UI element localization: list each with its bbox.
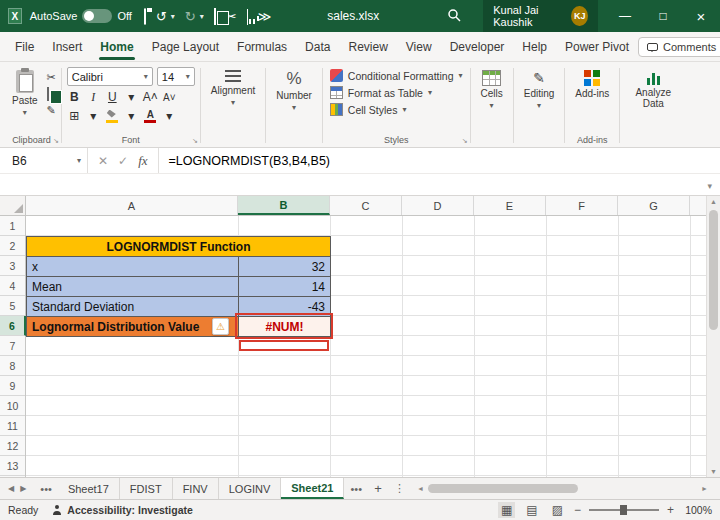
zoom-slider[interactable] <box>589 509 659 511</box>
save-icon[interactable] <box>144 10 146 23</box>
tab-view[interactable]: View <box>397 34 441 60</box>
accessibility-status[interactable]: Accessibility: Investigate <box>52 504 192 516</box>
tab-review[interactable]: Review <box>339 34 396 60</box>
undo-icon[interactable]: ↺ <box>156 10 167 23</box>
tab-insert[interactable]: Insert <box>43 34 91 60</box>
underline-button[interactable]: U <box>105 89 120 105</box>
column-header-G[interactable]: G <box>618 196 690 215</box>
sheet-grid[interactable]: ABCDEFG 12345678910111213 LOGNORMDIST Fu… <box>0 196 706 477</box>
fill-color-dropdown-icon[interactable]: ▾ <box>124 108 139 124</box>
sheet-tab-fdist[interactable]: FDIST <box>120 478 173 499</box>
borders-dropdown-icon[interactable]: ▾ <box>86 108 101 124</box>
hidden-sheets-right-icon[interactable]: ••• <box>344 478 368 499</box>
row-header-7[interactable]: 7 <box>0 336 25 356</box>
font-color-button[interactable]: A <box>143 108 158 124</box>
sheet-tab-finv[interactable]: FINV <box>173 478 219 499</box>
sheet-nav-prev-icon[interactable]: ◀ <box>8 484 14 493</box>
conditional-formatting-button[interactable]: Conditional Formatting ▾ <box>328 67 465 84</box>
zoom-in-button[interactable]: + <box>667 503 674 517</box>
formula-input[interactable]: =LOGNORMDIST(B3,B4,B5) <box>159 154 341 168</box>
number-button[interactable]: % Number ▾ <box>271 67 317 132</box>
tab-page-layout[interactable]: Page Layout <box>143 34 228 60</box>
normal-view-button[interactable]: ▦ <box>498 502 515 518</box>
row-header-6[interactable]: 6 <box>0 316 26 336</box>
italic-button[interactable]: I <box>86 89 101 105</box>
enter-entry-icon[interactable]: ✓ <box>118 154 128 168</box>
name-box[interactable]: B6 ▾ <box>0 148 88 173</box>
clipboard-dialog-launcher-icon[interactable]: ↘ <box>53 137 59 145</box>
zoom-level[interactable]: 100% <box>682 504 712 516</box>
insert-function-icon[interactable]: fx <box>138 153 147 169</box>
error-checking-button[interactable]: ⚠ <box>212 318 229 335</box>
borders-button[interactable]: ⊞ <box>67 108 82 124</box>
font-name-select[interactable]: Calibri▾ <box>67 67 153 86</box>
row-header-13[interactable]: 13 <box>0 456 25 476</box>
zoom-out-button[interactable]: − <box>574 503 581 517</box>
underline-dropdown-icon[interactable]: ▾ <box>124 89 139 105</box>
tab-power-pivot[interactable]: Power Pivot <box>556 34 638 60</box>
tab-home[interactable]: Home <box>91 34 142 60</box>
font-color-dropdown-icon[interactable]: ▾ <box>162 108 177 124</box>
cell-A3[interactable]: x <box>26 256 239 277</box>
bold-button[interactable]: B <box>67 89 82 105</box>
tab-help[interactable]: Help <box>513 34 556 60</box>
tab-file[interactable]: File <box>6 34 43 60</box>
copy-button[interactable] <box>47 88 56 100</box>
row-header-10[interactable]: 10 <box>0 396 25 416</box>
alignment-button[interactable]: Alignment ▾ <box>206 67 260 132</box>
column-header-D[interactable]: D <box>402 196 474 215</box>
cell-A4[interactable]: Mean <box>26 276 239 297</box>
page-break-view-button[interactable]: ▨ <box>549 502 566 518</box>
horizontal-scroll-thumb[interactable] <box>428 484 578 493</box>
zoom-slider-thumb[interactable] <box>620 505 627 515</box>
tabbar-more-icon[interactable]: ⋮ <box>388 478 411 499</box>
row-header-2[interactable]: 2 <box>0 236 25 256</box>
cell-A2-title[interactable]: LOGNORMDIST Function <box>26 236 331 257</box>
comments-button[interactable]: Comments <box>638 37 720 57</box>
font-size-select[interactable]: 14▾ <box>157 67 195 86</box>
page-layout-view-button[interactable]: ▤ <box>523 502 540 518</box>
autosave-toggle[interactable]: AutoSave Off <box>30 9 132 23</box>
tab-data[interactable]: Data <box>296 34 339 60</box>
autosave-switch[interactable] <box>82 9 112 23</box>
user-account[interactable]: Kunal Jai Kaushik KJ <box>483 0 598 32</box>
tab-developer[interactable]: Developer <box>441 34 514 60</box>
row-header-11[interactable]: 11 <box>0 416 25 436</box>
column-header-B[interactable]: B <box>238 196 330 215</box>
redo-icon[interactable]: ↻ <box>185 10 196 23</box>
cut-button[interactable]: ✂ <box>47 71 56 84</box>
format-as-table-button[interactable]: Format as Table ▾ <box>328 84 465 101</box>
toolbar-overflow-icon[interactable]: ≫ <box>258 10 272 23</box>
row-header-3[interactable]: 3 <box>0 256 25 276</box>
cell-A6[interactable]: Lognormal Distribution Value <box>26 316 239 337</box>
row-header-1[interactable]: 1 <box>0 216 25 236</box>
vertical-scroll-thumb[interactable] <box>709 210 718 330</box>
column-header-C[interactable]: C <box>330 196 402 215</box>
cell-B4[interactable]: 14 <box>238 276 331 297</box>
increase-font-button[interactable]: A˄ <box>143 89 158 105</box>
hscroll-left-icon[interactable]: ◄ <box>415 485 426 492</box>
format-painter-button[interactable]: ✎ <box>47 104 56 117</box>
vertical-scrollbar[interactable]: ▲ ▼ <box>706 196 720 477</box>
cancel-entry-icon[interactable]: ✕ <box>98 154 108 168</box>
maximize-button[interactable]: □ <box>644 0 682 32</box>
analyze-data-button[interactable]: Analyze Data <box>625 67 681 132</box>
sheet-tab-sheet17[interactable]: Sheet17 <box>58 478 120 499</box>
undo-dropdown-icon[interactable]: ▾ <box>171 12 175 21</box>
column-header-F[interactable]: F <box>546 196 618 215</box>
row-header-9[interactable]: 9 <box>0 376 25 396</box>
redo-dropdown-icon[interactable]: ▾ <box>200 12 204 21</box>
copy-icon[interactable] <box>214 10 216 23</box>
font-dialog-launcher-icon[interactable]: ↘ <box>192 137 198 145</box>
tab-formulas[interactable]: Formulas <box>228 34 296 60</box>
sheet-tab-sheet21-active[interactable]: Sheet21 <box>281 478 344 499</box>
column-header-A[interactable]: A <box>26 196 238 215</box>
paste-button[interactable]: Paste ▾ <box>7 67 43 132</box>
fill-color-button[interactable] <box>105 108 120 124</box>
excel-app-icon[interactable]: X <box>8 8 22 24</box>
decrease-font-button[interactable]: A˅ <box>162 89 177 105</box>
cell-B3[interactable]: 32 <box>238 256 331 277</box>
cell-A5[interactable]: Standard Deviation <box>26 296 239 317</box>
formula-bar-expand-icon[interactable]: ▾ <box>707 181 712 191</box>
horizontal-scrollbar[interactable]: ◄ ► <box>415 483 710 494</box>
